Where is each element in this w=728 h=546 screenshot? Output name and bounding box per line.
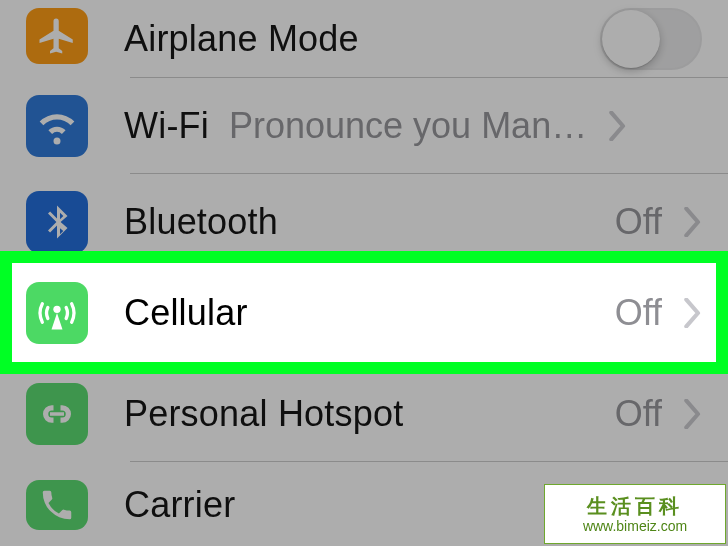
wifi-icon bbox=[26, 95, 88, 157]
svg-point-1 bbox=[53, 305, 60, 312]
wifi-detail: Pronounce you Man… bbox=[229, 105, 587, 147]
watermark-title: 生活百科 bbox=[587, 496, 683, 516]
airplane-label: Airplane Mode bbox=[124, 18, 359, 60]
bluetooth-detail: Off bbox=[615, 201, 662, 243]
row-bluetooth[interactable]: Bluetooth Off bbox=[0, 174, 728, 270]
hotspot-label: Personal Hotspot bbox=[124, 393, 403, 435]
chevron-icon bbox=[684, 399, 702, 429]
hotspot-icon bbox=[26, 383, 88, 445]
row-hotspot[interactable]: Personal Hotspot Off bbox=[0, 366, 728, 462]
cellular-icon bbox=[26, 282, 88, 344]
wifi-label: Wi-Fi bbox=[124, 105, 209, 147]
row-wifi[interactable]: Wi-Fi Pronounce you Man… bbox=[0, 78, 728, 174]
bluetooth-icon bbox=[26, 191, 88, 253]
chevron-icon bbox=[684, 298, 702, 328]
cellular-label-bright: Cellular bbox=[124, 292, 248, 334]
chevron-icon bbox=[609, 111, 627, 141]
divider bbox=[130, 363, 728, 364]
row-cellular[interactable]: Cellular Off bbox=[0, 261, 728, 364]
phone-icon bbox=[26, 480, 88, 530]
airplane-icon bbox=[26, 8, 88, 64]
carrier-label: Carrier bbox=[124, 484, 235, 526]
chevron-icon bbox=[684, 207, 702, 237]
cellular-detail-bright: Off bbox=[615, 292, 662, 334]
watermark-url: www.bimeiz.com bbox=[583, 519, 687, 533]
hotspot-detail: Off bbox=[615, 393, 662, 435]
bluetooth-label: Bluetooth bbox=[124, 201, 278, 243]
airplane-toggle[interactable] bbox=[600, 8, 702, 70]
toggle-knob bbox=[602, 10, 660, 68]
row-airplane-mode[interactable]: Airplane Mode bbox=[0, 0, 728, 78]
watermark-logo: 生活百科 www.bimeiz.com bbox=[544, 484, 726, 544]
